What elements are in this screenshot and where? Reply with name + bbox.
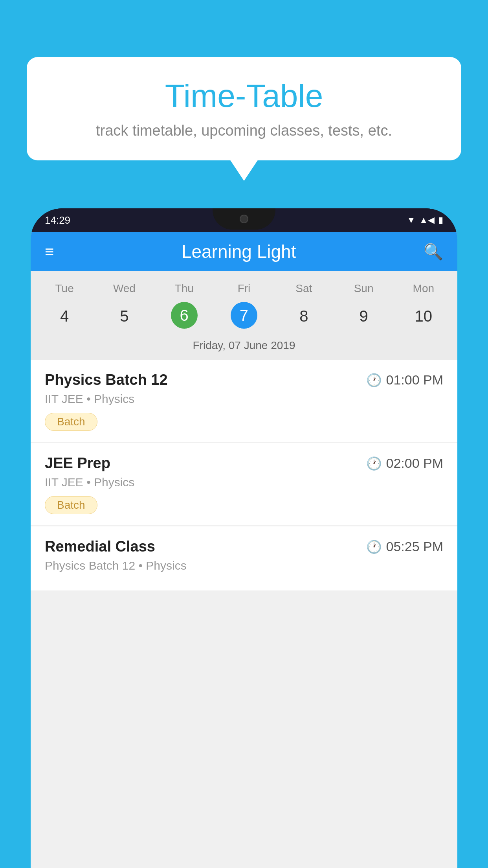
time-text: 05:25 PM xyxy=(386,539,443,554)
status-icons: ▼ ▲◀ ▮ xyxy=(407,215,443,225)
bubble-subtitle: track timetable, upcoming classes, tests… xyxy=(50,122,438,139)
day-header: Sun xyxy=(334,278,393,299)
clock-icon: 🕐 xyxy=(366,373,382,388)
schedule-item[interactable]: JEE Prep 🕐 02:00 PM IIT JEE • Physics Ba… xyxy=(31,443,457,525)
bubble-title: Time-Table xyxy=(50,77,438,114)
day-header: Tue xyxy=(35,278,94,299)
batch-badge: Batch xyxy=(45,413,97,431)
signal-icon: ▲◀ xyxy=(419,215,435,225)
battery-icon: ▮ xyxy=(438,215,443,225)
schedule-subtitle: Physics Batch 12 • Physics xyxy=(45,559,443,572)
day-headers: TueWedThuFriSatSunMon xyxy=(31,278,457,299)
schedule-title: JEE Prep xyxy=(45,455,110,472)
schedule-time: 🕐 01:00 PM xyxy=(366,372,443,388)
camera xyxy=(240,215,248,223)
schedule-item[interactable]: Physics Batch 12 🕐 01:00 PM IIT JEE • Ph… xyxy=(31,360,457,442)
schedule-title: Physics Batch 12 xyxy=(45,371,168,388)
day-number[interactable]: 9 xyxy=(359,302,368,331)
day-header: Wed xyxy=(94,278,154,299)
calendar-date-label: Friday, 07 June 2019 xyxy=(31,334,457,360)
speech-bubble: Time-Table track timetable, upcoming cla… xyxy=(27,57,461,160)
schedule-time: 🕐 05:25 PM xyxy=(366,539,443,554)
clock-icon: 🕐 xyxy=(366,539,382,554)
day-number[interactable]: 10 xyxy=(415,302,433,331)
status-time: 14:29 xyxy=(45,214,70,226)
schedule-item-top: Physics Batch 12 🕐 01:00 PM xyxy=(45,371,443,388)
schedule-time: 🕐 02:00 PM xyxy=(366,456,443,471)
day-header: Fri xyxy=(214,278,274,299)
day-header: Mon xyxy=(394,278,453,299)
day-number[interactable]: 6 xyxy=(171,302,198,329)
status-bar: 14:29 ▼ ▲◀ ▮ xyxy=(31,208,457,232)
schedule-subtitle: IIT JEE • Physics xyxy=(45,392,443,406)
phone-mockup: 14:29 ▼ ▲◀ ▮ ≡ Learning Light 🔍 TueWedTh… xyxy=(31,208,457,868)
day-number[interactable]: 7 xyxy=(231,302,257,329)
search-icon[interactable]: 🔍 xyxy=(424,243,443,261)
calendar-strip: TueWedThuFriSatSunMon 45678910 Friday, 0… xyxy=(31,271,457,360)
hamburger-icon[interactable]: ≡ xyxy=(45,243,54,261)
schedule-list: Physics Batch 12 🕐 01:00 PM IIT JEE • Ph… xyxy=(31,360,457,592)
day-number[interactable]: 8 xyxy=(299,302,308,331)
batch-badge: Batch xyxy=(45,496,97,514)
schedule-item-top: Remedial Class 🕐 05:25 PM xyxy=(45,538,443,555)
day-numbers: 45678910 xyxy=(31,299,457,334)
schedule-title: Remedial Class xyxy=(45,538,155,555)
wifi-icon: ▼ xyxy=(407,215,415,225)
notch xyxy=(213,208,275,230)
day-header: Thu xyxy=(154,278,214,299)
schedule-item[interactable]: Remedial Class 🕐 05:25 PM Physics Batch … xyxy=(31,526,457,590)
schedule-subtitle: IIT JEE • Physics xyxy=(45,476,443,489)
app-bar-title: Learning Light xyxy=(182,241,296,262)
time-text: 02:00 PM xyxy=(386,456,443,471)
day-number[interactable]: 5 xyxy=(120,302,128,331)
day-header: Sat xyxy=(274,278,334,299)
day-number[interactable]: 4 xyxy=(60,302,69,331)
app-bar: ≡ Learning Light 🔍 xyxy=(31,232,457,271)
phone-screen: ≡ Learning Light 🔍 TueWedThuFriSatSunMon… xyxy=(31,232,457,868)
clock-icon: 🕐 xyxy=(366,456,382,471)
time-text: 01:00 PM xyxy=(386,372,443,388)
schedule-item-top: JEE Prep 🕐 02:00 PM xyxy=(45,455,443,472)
